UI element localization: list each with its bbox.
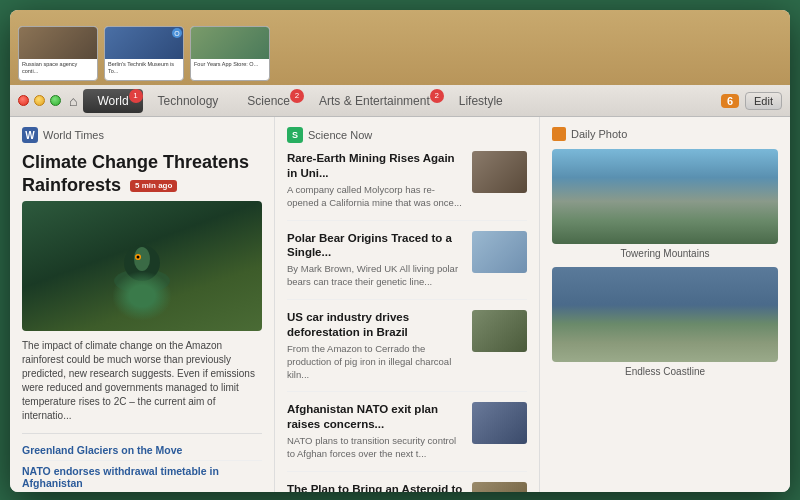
- main-headline[interactable]: Climate Change Threatens Rainforests 5 m…: [22, 151, 262, 196]
- news-thumb-4: [472, 482, 527, 492]
- photo-card-1[interactable]: Endless Coastline: [552, 267, 778, 377]
- news-item-0[interactable]: Rare-Earth Mining Rises Again in Uni... …: [287, 151, 527, 221]
- thumbnail-strip: Russian space agency conti...Berlin's Te…: [18, 26, 270, 85]
- tab-badge-2: 2: [290, 89, 304, 103]
- news-item-text-1: Polar Bear Origins Traced to a Single...…: [287, 231, 464, 290]
- main-summary: The impact of climate change on the Amaz…: [22, 339, 262, 423]
- middle-column: S Science Now Rare-Earth Mining Rises Ag…: [275, 117, 540, 492]
- window-controls: [18, 95, 61, 106]
- news-item-desc-3: NATO plans to transition security contro…: [287, 435, 464, 461]
- photo-image-0: [552, 149, 778, 244]
- thumbnail-0[interactable]: Russian space agency conti...: [18, 26, 98, 81]
- news-item-text-3: Afghanistan NATO exit plan raises concer…: [287, 402, 464, 461]
- news-item-2[interactable]: US car industry drives deforestation in …: [287, 310, 527, 392]
- photos-list: Towering Mountains Endless Coastline: [552, 149, 778, 377]
- news-item-3[interactable]: Afghanistan NATO exit plan raises concer…: [287, 402, 527, 472]
- news-item-text-4: The Plan to Bring an Asteroid to Earth S…: [287, 482, 464, 492]
- news-thumb-3: [472, 402, 527, 444]
- maximize-button[interactable]: [50, 95, 61, 106]
- edit-button[interactable]: Edit: [745, 92, 782, 110]
- news-item-desc-1: By Mark Brown, Wired UK All living polar…: [287, 263, 464, 289]
- science-source-icon: S: [287, 127, 303, 143]
- main-content: W World Times Climate Change Threatens R…: [10, 117, 790, 492]
- right-column: Daily Photo Towering Mountains Endless C…: [540, 117, 790, 492]
- sub-headline-0[interactable]: Greenland Glaciers on the Move: [22, 440, 262, 461]
- news-thumb-1: [472, 231, 527, 273]
- close-button[interactable]: [18, 95, 29, 106]
- nav-tab-technology[interactable]: Technology: [144, 89, 233, 113]
- daily-photo-icon: [552, 127, 566, 141]
- news-item-desc-0: A company called Molycorp has re-opened …: [287, 184, 464, 210]
- thumbnail-2[interactable]: Four Years App Store: O...: [190, 26, 270, 81]
- daily-photo-header: Daily Photo: [552, 127, 778, 141]
- navbar: ⌂ World1TechnologyScience2Arts & Enterta…: [10, 85, 790, 117]
- svg-point-0: [114, 269, 170, 293]
- photo-image-1: [552, 267, 778, 362]
- world-source-name: World Times: [43, 129, 104, 141]
- news-item-title-1: Polar Bear Origins Traced to a Single...: [287, 231, 464, 261]
- nav-tab-world[interactable]: World1: [83, 89, 142, 113]
- world-source-header: W World Times: [22, 127, 262, 143]
- bird-illustration: [102, 231, 182, 301]
- nav-tab-arts-&-entertainment[interactable]: Arts & Entertainment2: [305, 89, 444, 113]
- news-item-text-2: US car industry drives deforestation in …: [287, 310, 464, 381]
- science-source-name: Science Now: [308, 129, 372, 141]
- world-source-icon: W: [22, 127, 38, 143]
- thumbnail-1[interactable]: Berlin's Technik Museum is To...O: [104, 26, 184, 81]
- article-count-badge: 6: [721, 94, 739, 108]
- sub-headline-1[interactable]: NATO endorses withdrawal timetable in Af…: [22, 461, 262, 492]
- news-item-4[interactable]: The Plan to Bring an Asteroid to Earth S…: [287, 482, 527, 492]
- left-column: W World Times Climate Change Threatens R…: [10, 117, 275, 492]
- svg-point-4: [137, 256, 140, 259]
- photo-caption-0: Towering Mountains: [552, 248, 778, 259]
- news-thumb-2: [472, 310, 527, 352]
- nav-right-controls: 6 Edit: [721, 92, 782, 110]
- news-item-title-0: Rare-Earth Mining Rises Again in Uni...: [287, 151, 464, 181]
- nav-tabs: World1TechnologyScience2Arts & Entertain…: [83, 89, 720, 113]
- news-item-desc-2: From the Amazon to Cerrado the productio…: [287, 343, 464, 381]
- photo-card-0[interactable]: Towering Mountains: [552, 149, 778, 259]
- science-source-header: S Science Now: [287, 127, 527, 143]
- headline-badge: 5 min ago: [130, 180, 177, 192]
- news-articles-list: Rare-Earth Mining Rises Again in Uni... …: [287, 151, 527, 492]
- nav-tab-lifestyle[interactable]: Lifestyle: [445, 89, 517, 113]
- nav-tab-science[interactable]: Science2: [233, 89, 304, 113]
- tab-badge-3: 2: [430, 89, 444, 103]
- photo-caption-1: Endless Coastline: [552, 366, 778, 377]
- news-item-1[interactable]: Polar Bear Origins Traced to a Single...…: [287, 231, 527, 301]
- tab-badge-0: 1: [129, 89, 143, 103]
- news-thumb-0: [472, 151, 527, 193]
- app-window: Russian space agency conti...Berlin's Te…: [10, 10, 790, 492]
- titlebar: Russian space agency conti...Berlin's Te…: [10, 10, 790, 85]
- main-article-image: [22, 201, 262, 331]
- news-item-text-0: Rare-Earth Mining Rises Again in Uni... …: [287, 151, 464, 210]
- daily-photo-title: Daily Photo: [571, 128, 627, 140]
- news-item-title-4: The Plan to Bring an Asteroid to Earth: [287, 482, 464, 492]
- home-button[interactable]: ⌂: [69, 93, 77, 109]
- sub-headlines-list: Greenland Glaciers on the MoveNATO endor…: [22, 433, 262, 492]
- minimize-button[interactable]: [34, 95, 45, 106]
- news-item-title-2: US car industry drives deforestation in …: [287, 310, 464, 340]
- news-item-title-3: Afghanistan NATO exit plan raises concer…: [287, 402, 464, 432]
